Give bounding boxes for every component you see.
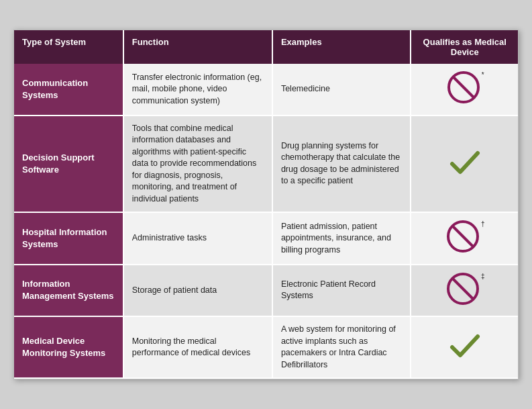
no-icon [446,220,480,253]
function-cell: Administrative tasks [123,212,272,265]
type-cell: Medical Device Monitoring Systems [14,316,123,378]
header-type: Type of System [14,30,123,64]
function-cell: Tools that combine medical information d… [123,116,272,213]
systems-table: Type of System Function Examples Qualifi… [14,30,518,379]
type-cell: Decision Support Software [14,116,123,213]
svg-line-3 [453,226,473,246]
function-cell: Monitoring the medical performance of me… [123,316,272,378]
main-table-container: Type of System Function Examples Qualifi… [13,30,519,379]
no-icon [447,71,480,104]
table-row: Information Management SystemsStorage of… [14,265,518,317]
qualifies-cell: ‡ [411,265,518,317]
table-row: Medical Device Monitoring SystemsMonitor… [14,316,518,378]
qualifies-cell: † [411,212,518,265]
icon-wrapper [448,328,482,366]
icon-wrapper [448,145,482,183]
superscript-label: * [482,71,484,80]
qualifies-cell: * [411,64,518,116]
superscript-label: † [481,220,485,229]
examples-cell: A web system for monitoring of active im… [272,316,411,378]
svg-line-5 [453,279,473,299]
icon-wrapper: † [446,220,484,253]
table-row: Communication SystemsTransfer electronic… [14,64,518,116]
header-qualifies: Qualifies as Medical Device [411,30,518,64]
function-cell: Storage of patient data [123,265,272,317]
qualifies-cell [411,116,518,213]
icon-wrapper: * [447,71,483,104]
type-cell: Communication Systems [14,64,123,116]
qualifies-cell [411,316,518,378]
examples-cell: Drug planning systems for chemotherapy t… [272,116,411,213]
table-row: Hospital Information SystemsAdministrati… [14,212,518,265]
examples-cell: Telemedicine [272,64,411,116]
header-examples: Examples [272,30,411,64]
no-icon [446,272,480,306]
type-cell: Hospital Information Systems [14,212,123,265]
table-row: Decision Support SoftwareTools that comb… [14,116,518,213]
table-header-row: Type of System Function Examples Qualifi… [14,30,518,64]
superscript-label: ‡ [481,272,485,281]
icon-wrapper: ‡ [446,272,484,306]
type-cell: Information Management Systems [14,265,123,317]
svg-line-1 [454,77,474,97]
function-cell: Transfer electronic information (eg, mai… [123,64,272,116]
examples-cell: Patient admission, patient appointments,… [272,212,411,265]
examples-cell: Electronic Patient Record Systems [272,265,411,317]
check-icon [448,145,482,183]
check-icon [448,328,482,366]
header-function: Function [123,30,272,64]
